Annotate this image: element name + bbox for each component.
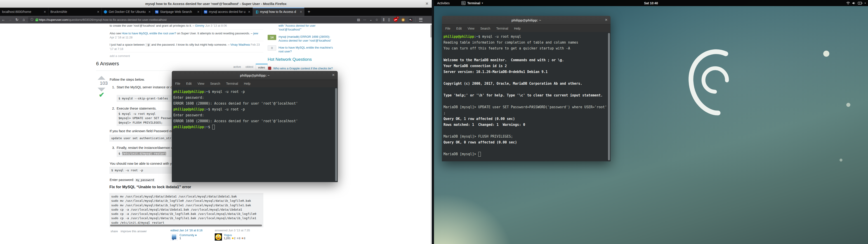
back-icon[interactable]: ← xyxy=(0,18,7,22)
sort-tab-active[interactable]: active xyxy=(231,64,243,70)
tab-close-icon[interactable]: ✕ xyxy=(248,10,250,13)
upvote-icon[interactable] xyxy=(98,76,105,80)
forward-icon[interactable]: → xyxy=(7,18,13,22)
edited-link[interactable]: edited Jan 14 '16 at 8:16 xyxy=(170,228,203,232)
reader-mode-icon[interactable]: ▤ xyxy=(357,18,360,22)
comment[interactable]: to create the user 'root'@'localhost' an… xyxy=(110,24,264,28)
url-text[interactable]: https://superuser.com/questions/603026/m… xyxy=(39,18,355,22)
activities-button[interactable]: Activities xyxy=(437,1,450,5)
page-scrollbar-thumb[interactable] xyxy=(430,25,432,37)
share-link[interactable]: share xyxy=(111,230,118,233)
menu-search[interactable]: Search xyxy=(480,27,490,30)
bookmark-star-icon[interactable]: ☆ xyxy=(375,18,378,22)
library-icon[interactable]: ⫼ xyxy=(383,18,384,22)
menu-terminal[interactable]: Terminal xyxy=(226,82,238,85)
startpage-favicon-icon: Sp xyxy=(155,10,158,13)
tab-close-icon[interactable]: ✕ xyxy=(43,10,46,13)
home-icon[interactable]: ⌂ xyxy=(20,18,27,22)
fix-heading: Fix for MySQL “Unable to lock ibdata1” e… xyxy=(110,185,191,189)
gnome-top-bar: Activities >_ Terminal ▾ Sat 10:40 ▾ xyxy=(434,0,868,6)
sort-tab-votes[interactable]: votes xyxy=(256,64,268,70)
community-username[interactable]: Community ♦ xyxy=(180,233,197,237)
menu-view[interactable]: View xyxy=(468,27,474,30)
clock[interactable]: Sat 10:40 xyxy=(644,1,658,5)
tab-bruckmuehle[interactable]: Bruckmühle ✕ xyxy=(49,8,102,16)
menu-view[interactable]: View xyxy=(197,82,204,85)
menu-file[interactable]: File xyxy=(175,82,180,85)
related-question-link[interactable]: mysql (mariadb) ERROR 1698 (28000): Acce… xyxy=(278,35,338,42)
tab-localhost[interactable]: localhost:8000/home ✕ xyxy=(0,8,49,16)
terminal-close-icon[interactable]: ✕ xyxy=(604,18,608,22)
window-close-icon[interactable]: ✕ xyxy=(426,1,429,6)
system-tray[interactable]: ▾ xyxy=(846,2,866,5)
terminal-window-right[interactable]: philipp@philipp: ~ ✕ File Edit View Sear… xyxy=(442,16,611,161)
tab-mysql-search[interactable]: Sp mysql access denied for u ✕ xyxy=(202,8,253,16)
url-bar[interactable]: ⓘ https://superuser.com/questions/603026… xyxy=(28,17,381,23)
community-rep: 1 xyxy=(180,237,197,240)
menu-help[interactable]: Help xyxy=(514,27,521,30)
edited-card: edited Jan 14 '16 at 8:16 Community ♦ 1 xyxy=(170,228,203,241)
tab-close-icon[interactable]: ✕ xyxy=(197,10,199,13)
comment[interactable]: Also see How to have MySQL entitle the r… xyxy=(110,31,264,39)
tab-close-icon[interactable]: ✕ xyxy=(300,10,302,13)
toolbar-separator xyxy=(415,18,416,22)
refresh-icon[interactable]: ↻ xyxy=(13,18,20,22)
desktop-dot xyxy=(846,103,850,107)
community-avatar[interactable] xyxy=(170,233,178,241)
adblock-icon[interactable]: 3 xyxy=(394,18,398,22)
tab-close-icon[interactable]: ✕ xyxy=(97,10,99,13)
hot-site-icon xyxy=(268,67,271,70)
terminal-titlebar[interactable]: philipp@philipp: ~ ✕ xyxy=(442,16,611,25)
tab-superuser-active[interactable]: ❙} mysql how to fix Access d ✕ xyxy=(253,8,305,16)
window-title: mysql how to fix Access denied for user … xyxy=(145,2,286,6)
sort-tab-oldest[interactable]: oldest xyxy=(243,64,256,70)
terminal-scrollbar[interactable] xyxy=(608,33,610,160)
yogus-rep: 1,201288 xyxy=(224,237,245,240)
menu-terminal[interactable]: Terminal xyxy=(496,27,508,30)
improve-link[interactable]: improve this answer xyxy=(121,230,147,233)
focused-app-menu[interactable]: >_ Terminal ▾ xyxy=(461,1,483,5)
menu-edit[interactable]: Edit xyxy=(186,82,192,85)
page-actions-icon[interactable]: ⋯ xyxy=(363,18,366,22)
page-scrollbar-track[interactable] xyxy=(430,24,432,244)
tab-close-icon[interactable]: ✕ xyxy=(148,10,151,13)
related-question-link[interactable]: with "Access denied for user 'root'@'loc… xyxy=(278,24,338,31)
new-tab-button[interactable]: + xyxy=(305,8,313,16)
add-comment-link[interactable]: add a comment xyxy=(110,54,130,58)
bronze-badge-icon xyxy=(242,238,243,239)
tab-docker[interactable]: Get Docker CE for Ubuntu ✕ xyxy=(102,8,153,16)
firefox-titlebar[interactable]: mysql how to fix Access denied for user … xyxy=(0,0,432,8)
adblock-badge: 3 xyxy=(397,17,399,19)
firefox-navbar: ← → ↻ ⌂ ⓘ https://superuser.com/question… xyxy=(0,16,432,24)
terminal-scrollbar[interactable] xyxy=(335,88,337,181)
terminal-titlebar[interactable]: philipp@philipp: ~ ✕ xyxy=(172,71,338,80)
terminal-window-left[interactable]: philipp@philipp: ~ ✕ File Edit View Sear… xyxy=(172,71,338,182)
silver-badge-icon xyxy=(237,238,239,239)
hot-network-question[interactable]: Who wins a Grapple contest if the checks… xyxy=(268,66,336,70)
terminal-output[interactable]: philipp@philipp:~$ mysql -u root mysqlRe… xyxy=(442,32,611,161)
terminal-output[interactable]: philipp@philipp:~$ mysql -u root -pEnter… xyxy=(172,87,338,182)
pocket-icon[interactable]: ⌄ xyxy=(370,18,372,22)
site-info-icon[interactable]: ⓘ xyxy=(31,18,33,22)
related-question-link[interactable]: How to have MySQL entitle the machine's … xyxy=(278,45,338,53)
answers-heading: 6 Answers xyxy=(96,61,119,67)
yogus-username[interactable]: Yogus xyxy=(224,233,245,237)
comment[interactable]: I just had a space between -p and the pa… xyxy=(110,43,264,51)
vote-count: 103 xyxy=(96,81,112,86)
greasemonkey-icon[interactable] xyxy=(401,18,405,22)
privacy-badger-icon[interactable] xyxy=(409,18,412,22)
terminal-close-icon[interactable]: ✕ xyxy=(332,73,335,77)
tab-startpage[interactable]: Sp Startpage Web Search ✕ xyxy=(153,8,202,16)
menu-help[interactable]: Help xyxy=(244,82,250,85)
code-hscrollbar[interactable] xyxy=(110,224,262,226)
volume-icon xyxy=(852,2,856,5)
menu-hamburger-icon[interactable] xyxy=(419,18,423,22)
yogus-avatar[interactable] xyxy=(215,233,222,241)
sidebar-toggle-icon[interactable]: ▯ xyxy=(388,18,390,22)
menu-edit[interactable]: Edit xyxy=(456,27,462,30)
terminal-menubar: File Edit View Search Terminal Help xyxy=(172,80,338,87)
menu-search[interactable]: Search xyxy=(210,82,220,85)
menu-file[interactable]: File xyxy=(445,27,451,30)
code-ibdata-fix[interactable]: sudo mv /usr/local/mysql/data/ibdata1 /u… xyxy=(110,193,264,227)
https-lock-icon[interactable] xyxy=(35,18,38,21)
